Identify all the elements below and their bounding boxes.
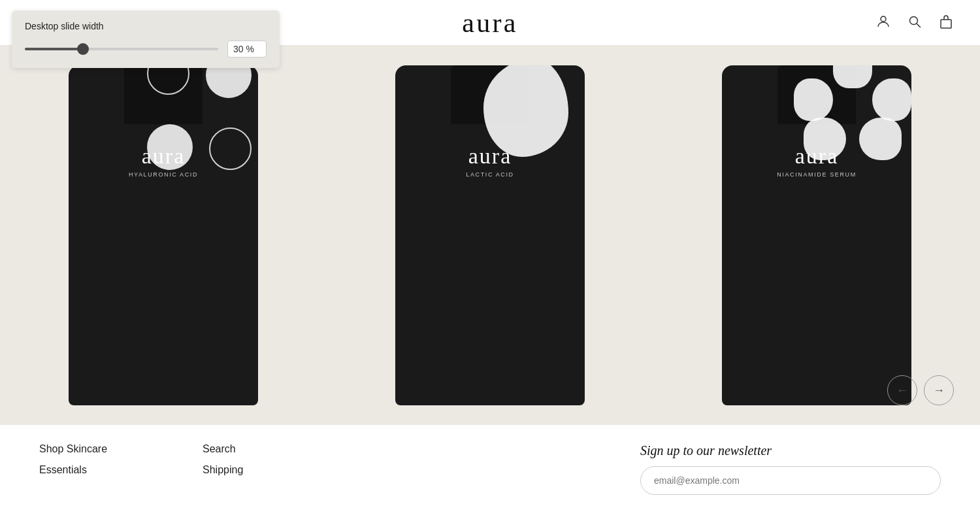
- product-bottle-1: aura HYALURONIC ACID: [69, 65, 258, 405]
- product-item-2[interactable]: aura LACTIC ACID: [327, 46, 653, 425]
- bottle-design-ns: [794, 65, 911, 177]
- next-button[interactable]: →: [924, 375, 954, 405]
- footer-link-shop-skincare[interactable]: Shop Skincare: [39, 443, 203, 455]
- search-icon[interactable]: [907, 14, 923, 32]
- ns-petal-5: [859, 118, 902, 160]
- product-carousel: aura HYALURONIC ACID aura LACTIC ACID: [0, 46, 980, 425]
- site-logo[interactable]: aura: [462, 7, 518, 39]
- ns-petal-2: [794, 78, 833, 121]
- slider-unit: %: [246, 44, 254, 54]
- slider-row: 30 %: [25, 41, 267, 58]
- la-blob: [483, 65, 568, 157]
- slider-track: [25, 48, 218, 50]
- slider-thumb[interactable]: [77, 43, 89, 55]
- product-bottle-3: aura NIACINAMIDE SERUM: [722, 65, 911, 405]
- ha-circle-2: [206, 65, 252, 98]
- footer: Shop Skincare Essentials Search Shipping…: [0, 425, 980, 523]
- header-icons: [875, 14, 954, 32]
- footer-link-shipping[interactable]: Shipping: [203, 464, 366, 476]
- footer-col-2: Search Shipping: [203, 443, 366, 476]
- footer-col-1: Shop Skincare Essentials: [39, 443, 203, 476]
- ns-petal-4: [804, 118, 846, 160]
- product-carousel-section: aura HYALURONIC ACID aura LACTIC ACID: [0, 46, 980, 425]
- footer-newsletter: Sign up to our newsletter: [640, 443, 941, 495]
- slider-track-container[interactable]: [25, 47, 218, 51]
- bag-icon[interactable]: [938, 14, 954, 32]
- user-icon[interactable]: [875, 14, 891, 32]
- slider-value: 30: [233, 44, 244, 54]
- slider-filled: [25, 48, 83, 50]
- ns-petal-3: [872, 78, 911, 121]
- svg-line-2: [917, 24, 921, 27]
- slider-value-box: 30 %: [227, 41, 267, 58]
- footer-link-search[interactable]: Search: [203, 443, 366, 455]
- svg-point-0: [881, 16, 886, 22]
- carousel-nav: ← →: [887, 375, 954, 405]
- bottle-design-ha: [140, 65, 258, 177]
- ha-circle-1: [147, 65, 189, 95]
- footer-link-essentials[interactable]: Essentials: [39, 464, 203, 476]
- ha-circle-4: [209, 127, 252, 170]
- prev-button[interactable]: ←: [887, 375, 917, 405]
- slider-panel: Desktop slide width 30 %: [12, 10, 280, 68]
- newsletter-email-input[interactable]: [640, 466, 941, 495]
- ha-circle-3: [147, 124, 193, 170]
- product-item-1[interactable]: aura HYALURONIC ACID: [0, 46, 327, 425]
- product-bottle-2: aura LACTIC ACID: [395, 65, 585, 405]
- bottle-design-la: [467, 65, 585, 177]
- svg-point-1: [910, 16, 918, 24]
- slider-label: Desktop slide width: [25, 21, 267, 31]
- svg-rect-3: [941, 20, 951, 28]
- newsletter-input-row: [640, 466, 941, 495]
- product-item-3[interactable]: aura NIACINAMIDE SERUM: [653, 46, 980, 425]
- ns-petal-1: [833, 65, 872, 88]
- newsletter-title: Sign up to our newsletter: [640, 443, 941, 458]
